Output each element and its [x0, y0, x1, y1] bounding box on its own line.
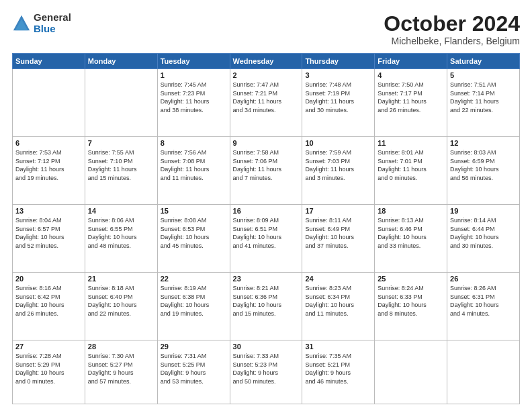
table-row: 25Sunrise: 8:24 AMSunset: 6:33 PMDayligh…: [375, 273, 447, 340]
day-info-text: Sunrise: 7:58 AM: [233, 148, 300, 157]
day-info-text: Daylight: 9 hours: [161, 369, 227, 377]
table-row: [447, 340, 520, 404]
page: General Blue October 2024 Michelbeke, Fl…: [0, 0, 532, 411]
day-info-text: and 26 minutes.: [378, 106, 444, 115]
day-info-text: Daylight: 9 hours: [233, 369, 300, 377]
day-number: 14: [88, 207, 154, 215]
day-info-text: Sunrise: 8:21 AM: [233, 284, 300, 293]
day-info-text: Sunrise: 8:03 AM: [450, 148, 517, 157]
day-info-text: Daylight: 11 hours: [233, 97, 300, 106]
day-info-text: and 30 minutes.: [305, 106, 371, 115]
day-info-text: Sunrise: 7:45 AM: [161, 81, 227, 89]
day-info-text: and 4 minutes.: [450, 310, 517, 318]
day-info-text: Daylight: 10 hours: [233, 233, 300, 242]
day-info-text: Daylight: 10 hours: [15, 233, 82, 242]
table-row: 9Sunrise: 7:58 AMSunset: 7:06 PMDaylight…: [230, 137, 302, 205]
day-info-text: Daylight: 10 hours: [88, 301, 154, 310]
day-number: 4: [378, 71, 444, 79]
day-info-text: Sunset: 7:19 PM: [305, 89, 371, 98]
day-info-text: Sunset: 6:42 PM: [15, 293, 82, 302]
day-info-text: and 22 minutes.: [88, 310, 154, 318]
logo-blue-text: Blue: [34, 24, 71, 35]
day-number: 20: [15, 275, 82, 283]
calendar-header-row: Sunday Monday Tuesday Wednesday Thursday…: [13, 54, 520, 69]
day-number: 1: [161, 71, 227, 79]
logo-general-text: General: [34, 12, 71, 24]
day-number: 16: [233, 207, 300, 215]
day-info-text: Daylight: 10 hours: [161, 301, 227, 310]
logo-icon: [12, 14, 31, 33]
day-info-text: Daylight: 10 hours: [305, 233, 371, 242]
day-number: 12: [450, 139, 517, 147]
col-tuesday: Tuesday: [157, 54, 230, 69]
day-info-text: Sunset: 5:29 PM: [15, 361, 82, 369]
day-number: 3: [305, 71, 371, 79]
day-info-text: Sunset: 7:17 PM: [378, 89, 444, 98]
col-saturday: Saturday: [447, 54, 520, 69]
day-info-text: Sunset: 6:31 PM: [450, 293, 517, 302]
day-info-text: and 41 minutes.: [233, 242, 300, 250]
day-info-text: Sunset: 7:14 PM: [450, 89, 517, 98]
day-info-text: Daylight: 10 hours: [450, 165, 517, 174]
day-info-text: Sunrise: 7:56 AM: [161, 148, 227, 157]
day-number: 8: [161, 139, 227, 147]
table-row: [85, 69, 157, 137]
day-info-text: Daylight: 10 hours: [305, 301, 371, 310]
day-info-text: and 0 minutes.: [15, 377, 82, 386]
day-info-text: Sunset: 6:55 PM: [88, 225, 154, 234]
day-info-text: Sunset: 6:49 PM: [305, 225, 371, 234]
day-number: 11: [378, 139, 444, 147]
day-number: 22: [161, 275, 227, 283]
col-wednesday: Wednesday: [230, 54, 302, 69]
day-number: 15: [161, 207, 227, 215]
table-row: 19Sunrise: 8:14 AMSunset: 6:44 PMDayligh…: [447, 205, 520, 273]
day-info-text: and 50 minutes.: [233, 377, 300, 386]
table-row: 23Sunrise: 8:21 AMSunset: 6:36 PMDayligh…: [230, 273, 302, 340]
day-number: 7: [88, 139, 154, 147]
day-info-text: Sunrise: 8:13 AM: [378, 216, 444, 225]
day-info-text: Sunset: 5:23 PM: [233, 361, 300, 369]
table-row: 31Sunrise: 7:35 AMSunset: 5:21 PMDayligh…: [302, 340, 375, 404]
day-info-text: Daylight: 10 hours: [378, 301, 444, 310]
day-number: 13: [15, 207, 82, 215]
day-info-text: and 8 minutes.: [378, 310, 444, 318]
day-number: 19: [450, 207, 517, 215]
day-info-text: Sunrise: 7:59 AM: [305, 148, 371, 157]
day-info-text: Daylight: 11 hours: [305, 97, 371, 106]
day-info-text: Sunrise: 8:04 AM: [15, 216, 82, 225]
day-number: 21: [88, 275, 154, 283]
day-info-text: Sunrise: 8:16 AM: [15, 284, 82, 293]
month-title: October 2024: [384, 12, 520, 36]
day-info-text: Sunset: 6:33 PM: [378, 293, 444, 302]
calendar-week-5: 27Sunrise: 7:28 AMSunset: 5:29 PMDayligh…: [13, 340, 520, 404]
day-info-text: Daylight: 11 hours: [161, 97, 227, 106]
day-info-text: Sunrise: 8:26 AM: [450, 284, 517, 293]
day-info-text: and 15 minutes.: [88, 174, 154, 183]
day-info-text: Sunrise: 8:08 AM: [161, 216, 227, 225]
table-row: 20Sunrise: 8:16 AMSunset: 6:42 PMDayligh…: [13, 273, 85, 340]
calendar-table: Sunday Monday Tuesday Wednesday Thursday…: [12, 53, 520, 404]
day-number: 27: [15, 342, 82, 351]
table-row: 27Sunrise: 7:28 AMSunset: 5:29 PMDayligh…: [13, 340, 85, 404]
day-info-text: Sunset: 7:06 PM: [233, 157, 300, 166]
day-info-text: Daylight: 9 hours: [305, 369, 371, 377]
day-info-text: Sunset: 6:53 PM: [161, 225, 227, 234]
day-info-text: Daylight: 11 hours: [378, 165, 444, 174]
day-number: 17: [305, 207, 371, 215]
logo-text: General Blue: [34, 12, 71, 34]
logo: General Blue: [12, 12, 71, 34]
col-monday: Monday: [85, 54, 157, 69]
table-row: 16Sunrise: 8:09 AMSunset: 6:51 PMDayligh…: [230, 205, 302, 273]
day-info-text: Sunrise: 8:11 AM: [305, 216, 371, 225]
table-row: 6Sunrise: 7:53 AMSunset: 7:12 PMDaylight…: [13, 137, 85, 205]
table-row: [13, 69, 85, 137]
day-info-text: Daylight: 11 hours: [233, 165, 300, 174]
day-info-text: and 26 minutes.: [15, 310, 82, 318]
day-info-text: Sunset: 6:46 PM: [378, 225, 444, 234]
day-number: 5: [450, 71, 517, 79]
day-info-text: Sunrise: 8:01 AM: [378, 148, 444, 157]
day-info-text: Sunrise: 7:30 AM: [88, 352, 154, 361]
day-number: 10: [305, 139, 371, 147]
table-row: 22Sunrise: 8:19 AMSunset: 6:38 PMDayligh…: [157, 273, 230, 340]
day-info-text: Sunrise: 7:50 AM: [378, 81, 444, 89]
